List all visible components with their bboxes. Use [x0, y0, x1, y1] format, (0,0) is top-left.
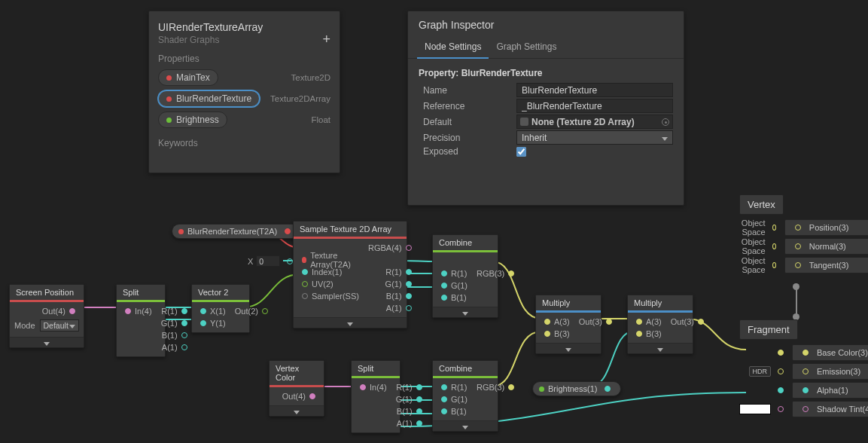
- output-port[interactable]: [605, 386, 611, 392]
- index-inline-input: X: [248, 255, 297, 267]
- fragment-stack[interactable]: Fragment HDR Base Color(3) Emission(3) A…: [739, 319, 868, 420]
- tab-node-settings[interactable]: Node Settings: [417, 37, 489, 58]
- collapse-toggle[interactable]: [433, 420, 498, 431]
- texture-icon: [520, 118, 528, 126]
- collapse-toggle[interactable]: [536, 343, 601, 353]
- node-split-1[interactable]: Split In(4) R(1) G(1) B(1) A(1): [116, 284, 166, 357]
- node-multiply-1[interactable]: Multiply A(3) B(3) Out(3): [535, 295, 602, 354]
- node-vertex-color[interactable]: Vertex Color Out(4): [269, 360, 324, 417]
- reference-field[interactable]: [516, 99, 673, 113]
- collapse-toggle[interactable]: [10, 337, 84, 347]
- property-brightness[interactable]: Brightness: [158, 112, 227, 128]
- index-value-field[interactable]: [256, 255, 280, 267]
- collapse-toggle[interactable]: [628, 343, 693, 353]
- chevron-down-icon: [662, 133, 668, 143]
- blackboard-panel[interactable]: UIRenderTextureArray Shader Graphs + Pro…: [148, 11, 340, 173]
- vertex-normal-slot[interactable]: Normal(3): [784, 238, 868, 255]
- node-blurrendertexture-prop[interactable]: BlurRenderTexture(T2A): [172, 224, 301, 239]
- fragment-alpha-slot[interactable]: Alpha(1): [792, 382, 868, 399]
- property-header: Property: BlurRenderTexture: [419, 68, 673, 78]
- color-swatch[interactable]: [739, 404, 771, 414]
- inspector-title: Graph Inspector: [408, 11, 684, 37]
- keywords-section-label: Keywords: [149, 133, 340, 151]
- properties-section-label: Properties: [149, 49, 340, 67]
- fragment-shadowtint-slot[interactable]: Shadow Tint(4): [792, 401, 868, 417]
- vertex-stack[interactable]: Vertex Object Space Object Space Object …: [739, 194, 868, 276]
- output-port[interactable]: [285, 228, 291, 234]
- fragment-emission-slot[interactable]: Emission(3): [792, 363, 868, 380]
- node-vector2[interactable]: Vector 2 X(1) Y(1) Out(2): [191, 284, 250, 333]
- mode-dropdown[interactable]: Default: [40, 319, 79, 331]
- property-blurrendertexture[interactable]: BlurRenderTexture: [158, 90, 260, 107]
- node-split-2[interactable]: Split In(4) R(1) G(1) B(1) A(1): [351, 360, 400, 433]
- default-object-field[interactable]: None (Texture 2D Array): [516, 115, 673, 129]
- vertex-position-slot[interactable]: Position(3): [784, 219, 868, 236]
- collapse-toggle[interactable]: [433, 307, 498, 317]
- node-screen-position[interactable]: Screen Position Out(4) ModeDefault: [9, 284, 84, 348]
- name-field[interactable]: [516, 83, 673, 97]
- fragment-basecolor-slot[interactable]: Base Color(3): [792, 344, 868, 361]
- vertex-tangent-slot[interactable]: Tangent(3): [784, 257, 868, 273]
- property-maintex[interactable]: MainTex: [158, 69, 218, 86]
- object-picker-icon[interactable]: [662, 118, 669, 126]
- collapse-toggle[interactable]: [294, 317, 407, 328]
- graph-subtitle: Shader Graphs: [158, 33, 263, 45]
- node-combine-1[interactable]: Combine R(1) G(1) B(1) RGB(3): [432, 234, 498, 318]
- node-sample-texture-2d-array[interactable]: Sample Texture 2D Array Texture Array(T2…: [293, 221, 407, 328]
- node-brightness-prop[interactable]: Brightness(1): [532, 381, 621, 396]
- graph-title: UIRenderTextureArray: [158, 21, 263, 33]
- node-multiply-2[interactable]: Multiply A(3) B(3) Out(3): [627, 295, 693, 354]
- collapse-toggle[interactable]: [270, 405, 324, 416]
- tab-graph-settings[interactable]: Graph Settings: [489, 37, 564, 58]
- precision-dropdown[interactable]: Inherit: [516, 130, 673, 145]
- graph-inspector-panel[interactable]: Graph Inspector Node Settings Graph Sett…: [407, 11, 684, 206]
- hdr-badge: HDR: [749, 366, 772, 377]
- node-combine-2[interactable]: Combine R(1) G(1) B(1) RGB(3): [432, 360, 498, 432]
- exposed-checkbox[interactable]: [516, 147, 526, 157]
- add-property-button[interactable]: +: [322, 32, 330, 47]
